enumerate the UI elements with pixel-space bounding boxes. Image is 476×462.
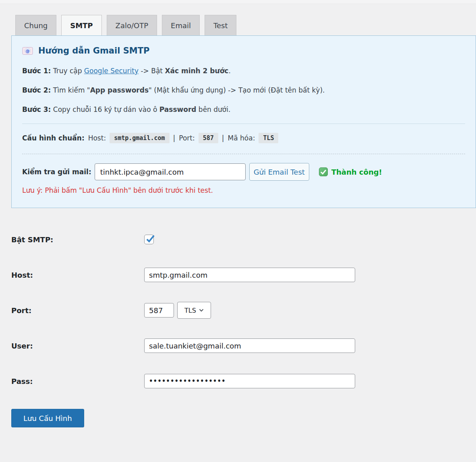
svg-text:@: @ xyxy=(25,48,30,53)
port-row: Port: TLS xyxy=(11,301,374,319)
email-icon: @ xyxy=(22,46,33,56)
config-separator-2: | xyxy=(222,134,224,142)
test-mail-row: Kiểm tra gửi mail: Gửi Email Test Thành … xyxy=(22,163,465,181)
tab-test[interactable]: Test xyxy=(205,15,236,35)
tab-bar: Chung SMTP Zalo/OTP Email Test xyxy=(15,15,236,35)
config-encryption-value: TLS xyxy=(259,133,278,143)
tab-zalo-otp[interactable]: Zalo/OTP xyxy=(107,15,157,35)
step-1-label: Bước 1: xyxy=(22,67,51,75)
step-2-text-2: " (Mật khẩu ứng dụng) -> Tạo mới (Đặt tê… xyxy=(149,86,325,94)
config-host-value: smtp.gmail.com xyxy=(110,133,169,143)
test-email-input[interactable] xyxy=(95,163,246,180)
tab-smtp[interactable]: SMTP xyxy=(61,15,101,35)
config-encryption-label: Mã hóa: xyxy=(228,134,255,142)
smtp-settings-form: Bật SMTP: Host: Port: TLS User: Pass: xyxy=(11,231,374,408)
guide-step-3: Bước 3: Copy chuỗi 16 ký tự dán vào ô Pa… xyxy=(22,105,465,114)
encryption-selected-value: TLS xyxy=(184,307,196,314)
step-1-text-3: . xyxy=(228,67,230,75)
google-security-link[interactable]: Google Security xyxy=(84,67,139,75)
top-strip xyxy=(0,0,476,4)
config-port-label: Port: xyxy=(179,134,195,142)
port-input[interactable] xyxy=(144,303,174,318)
config-host-label: Host: xyxy=(88,134,106,142)
success-text: Thành công! xyxy=(331,168,382,176)
standard-config-row: Cấu hình chuẩn: Host: smtp.gmail.com | P… xyxy=(22,132,465,144)
user-row: User: xyxy=(11,337,374,355)
chevron-down-icon xyxy=(199,309,204,312)
enable-smtp-label: Bật SMTP: xyxy=(11,235,144,244)
config-separator: | xyxy=(173,134,176,142)
test-success-status: Thành công! xyxy=(319,167,382,176)
step-3-bold: Password xyxy=(159,105,197,113)
gmail-smtp-guide-panel: @ Hướng dẫn Gmail SMTP Bước 1: Truy cập … xyxy=(11,35,476,208)
port-label: Port: xyxy=(11,306,144,315)
guide-step-1: Bước 1: Truy cập Google Security -> Bật … xyxy=(22,66,465,75)
send-test-email-button[interactable]: Gửi Email Test xyxy=(249,163,309,181)
config-label: Cấu hình chuẩn: xyxy=(22,134,85,142)
config-port-value: 587 xyxy=(199,133,218,143)
pass-input[interactable] xyxy=(144,374,355,388)
step-2-label: Bước 2: xyxy=(22,86,51,94)
pass-row: Pass: xyxy=(11,372,374,390)
step-1-text: Truy cập xyxy=(51,67,84,75)
tab-email[interactable]: Email xyxy=(162,15,200,35)
pass-label: Pass: xyxy=(11,377,144,386)
step-3-label: Bước 3: xyxy=(22,105,51,113)
test-mail-label: Kiểm tra gửi mail: xyxy=(22,168,91,176)
encryption-select[interactable]: TLS xyxy=(177,302,211,319)
enable-smtp-row: Bật SMTP: xyxy=(11,231,374,248)
check-mark-icon xyxy=(319,167,328,176)
host-label: Host: xyxy=(11,271,144,279)
standard-config-section: Cấu hình chuẩn: Host: smtp.gmail.com | P… xyxy=(22,124,465,144)
dashed-divider xyxy=(22,154,465,154)
user-label: User: xyxy=(11,342,144,350)
save-config-button[interactable]: Lưu Cấu Hình xyxy=(11,409,84,427)
step-3-text-2: bên dưới. xyxy=(196,105,230,113)
test-warning-note: Lưu ý: Phải bấm "Lưu Cấu Hình" bên dưới … xyxy=(22,186,465,194)
step-3-text: Copy chuỗi 16 ký tự dán vào ô xyxy=(51,105,159,113)
user-input[interactable] xyxy=(144,338,355,353)
step-2-text: Tìm kiếm " xyxy=(51,86,90,94)
step-1-text-2: -> Bật xyxy=(139,67,165,75)
host-row: Host: xyxy=(11,266,374,284)
step-1-bold: Xác minh 2 bước xyxy=(165,67,228,75)
tab-chung[interactable]: Chung xyxy=(15,15,56,35)
guide-step-2: Bước 2: Tìm kiếm "App passwords" (Mật kh… xyxy=(22,86,465,95)
step-2-bold: App passwords xyxy=(90,86,149,94)
host-input[interactable] xyxy=(144,268,355,282)
guide-title: Hướng dẫn Gmail SMTP xyxy=(38,46,149,56)
enable-smtp-checkbox[interactable] xyxy=(144,235,154,244)
guide-title-row: @ Hướng dẫn Gmail SMTP xyxy=(22,45,465,57)
